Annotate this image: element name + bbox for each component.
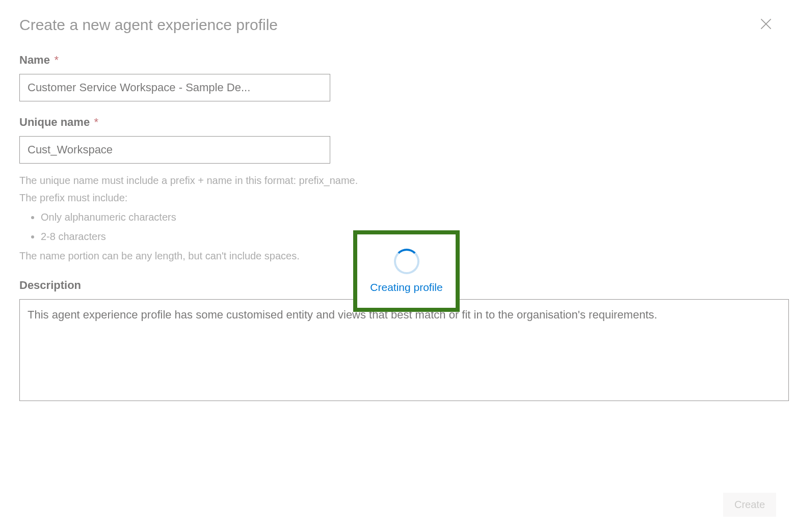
helper-line-2: The prefix must include: <box>19 189 775 206</box>
helper-line-1: The unique name must include a prefix + … <box>19 172 775 189</box>
loading-text: Creating profile <box>370 281 442 294</box>
unique-name-label-row: Unique name * <box>19 116 775 136</box>
required-indicator: * <box>54 54 59 66</box>
helper-bullet-1: Only alphanumeric characters <box>41 207 775 227</box>
unique-name-label: Unique name <box>19 116 90 129</box>
name-label-row: Name * <box>19 54 775 74</box>
unique-name-input[interactable] <box>19 136 330 164</box>
required-indicator: * <box>94 116 99 128</box>
name-label: Name <box>19 54 50 67</box>
unique-name-field-group: Unique name * <box>19 116 775 164</box>
name-input[interactable] <box>19 74 330 101</box>
description-textarea[interactable] <box>19 299 789 401</box>
panel-header: Create a new agent experience profile <box>19 15 775 34</box>
spinner-icon <box>394 249 419 274</box>
close-button[interactable] <box>757 15 775 34</box>
create-button[interactable]: Create <box>723 493 776 517</box>
create-profile-panel: Create a new agent experience profile Na… <box>0 0 794 532</box>
close-icon <box>760 18 772 31</box>
name-field-group: Name * <box>19 54 775 101</box>
panel-title: Create a new agent experience profile <box>19 16 278 34</box>
loading-indicator: Creating profile <box>353 230 460 312</box>
